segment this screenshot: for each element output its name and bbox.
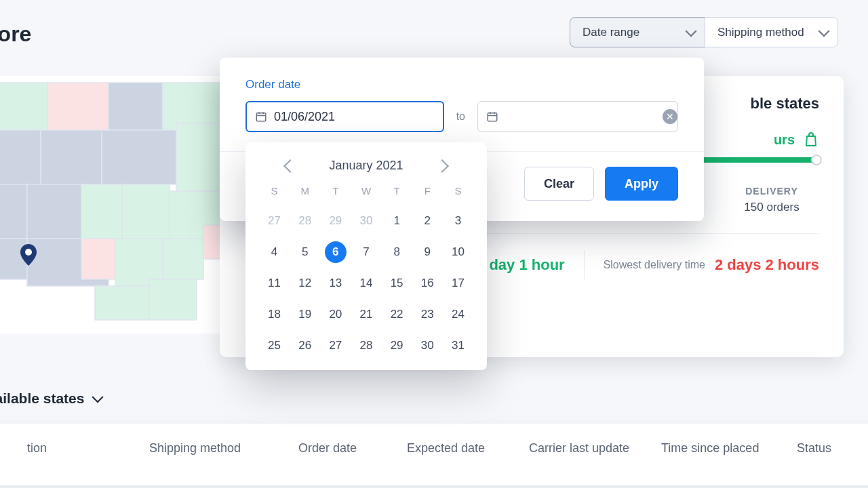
calendar-day[interactable]: 15 [386, 272, 408, 294]
delivery-value: 150 orders [724, 201, 819, 214]
next-month-icon[interactable] [435, 159, 449, 173]
states-toggle-label: all available states [0, 390, 84, 407]
svg-rect-13 [0, 239, 27, 279]
calendar-day[interactable]: 1 [386, 210, 408, 232]
calendar-day[interactable]: 17 [447, 272, 469, 294]
from-date-input[interactable] [274, 110, 436, 124]
calendar-dow: W [351, 185, 381, 201]
hours-value: urs [774, 132, 795, 148]
calendar-day[interactable]: 2 [416, 210, 438, 232]
calendar-dow: T [320, 185, 351, 201]
orders-table: tion Shipping method Order date Expected… [0, 424, 868, 485]
calendar-day[interactable]: 20 [325, 304, 347, 325]
svg-rect-15 [81, 239, 115, 279]
svg-rect-4 [0, 130, 41, 184]
table-header: tion Shipping method Order date Expected… [27, 441, 841, 455]
calendar-grid: SMTWTFS272829301234567891011121314151617… [259, 185, 473, 357]
calendar-day[interactable]: 3 [447, 210, 469, 232]
col-destination[interactable]: tion [27, 441, 149, 455]
calendar-day[interactable]: 27 [264, 210, 285, 232]
to-date-field[interactable]: ✕ [477, 101, 678, 132]
date-range-label: Date range [583, 26, 639, 39]
svg-rect-1 [47, 83, 108, 130]
calendar-day[interactable]: 24 [447, 304, 469, 325]
svg-rect-2 [108, 83, 163, 130]
shipping-method-label: Shipping method [717, 26, 804, 39]
delivery-metric: DELIVERY 150 orders [724, 186, 819, 214]
calendar-dow: M [290, 185, 320, 201]
calendar-day[interactable]: 13 [325, 272, 347, 294]
clear-input-icon[interactable]: ✕ [663, 109, 677, 124]
calendar-day[interactable]: 4 [264, 241, 285, 263]
calendar-day[interactable]: 29 [386, 335, 408, 357]
from-date-field[interactable] [245, 101, 444, 132]
calendar-day[interactable]: 16 [416, 272, 438, 294]
calendar-day[interactable]: 5 [294, 241, 316, 263]
calendar-day[interactable]: 31 [447, 335, 469, 357]
col-status[interactable]: Status [797, 441, 868, 455]
calendar-day[interactable]: 21 [355, 304, 377, 325]
calendar-day[interactable]: 25 [264, 335, 285, 357]
svg-rect-17 [163, 239, 203, 279]
svg-rect-0 [0, 83, 47, 130]
calendar-day[interactable]: 23 [416, 304, 438, 325]
calendar-day[interactable]: 29 [325, 210, 347, 232]
calendar-day[interactable]: 14 [355, 272, 377, 294]
popover-label: Order date [245, 78, 678, 92]
col-shipping-method[interactable]: Shipping method [149, 441, 298, 455]
calendar-month-label: January 2021 [329, 159, 403, 173]
svg-point-21 [25, 249, 32, 256]
calendar-day[interactable]: 28 [355, 335, 377, 357]
calendar-day[interactable]: 27 [325, 335, 347, 357]
delivery-label: DELIVERY [724, 186, 819, 197]
slowest-value: 2 days 2 hours [715, 256, 819, 274]
col-expected-date[interactable]: Expected date [407, 441, 529, 455]
apply-button[interactable]: Apply [605, 167, 678, 201]
svg-rect-14 [27, 239, 108, 286]
calendar-dow: F [412, 185, 443, 201]
svg-rect-5 [41, 130, 102, 184]
fastest-value: 1 day 1 hour [477, 256, 565, 274]
shipping-method-filter[interactable]: Shipping method [705, 17, 838, 47]
svg-rect-16 [115, 239, 163, 286]
col-carrier-update[interactable]: Carrier last update [529, 441, 661, 455]
calendar-icon [255, 110, 267, 123]
svg-rect-8 [0, 184, 27, 239]
states-toggle[interactable]: all available states [0, 390, 102, 407]
date-range-filter[interactable]: Date range [570, 17, 705, 47]
calendar-day[interactable]: 28 [294, 210, 316, 232]
svg-rect-22 [256, 113, 266, 121]
separator [584, 250, 585, 280]
svg-rect-26 [488, 113, 497, 121]
chevron-down-icon [818, 25, 830, 37]
clear-button[interactable]: Clear [524, 167, 594, 201]
calendar-day[interactable]: 30 [355, 210, 377, 232]
to-date-input[interactable] [505, 110, 663, 124]
calendar-day[interactable]: 10 [447, 241, 469, 263]
col-time-since-placed[interactable]: Time since placed [661, 441, 797, 455]
map-pin-icon [20, 244, 37, 266]
calendar-day[interactable]: 26 [294, 335, 316, 357]
svg-rect-3 [163, 83, 224, 130]
prev-month-icon[interactable] [284, 159, 298, 173]
fastest-delivery: 1 day 1 hour [477, 256, 565, 274]
calendar-day[interactable]: 12 [294, 272, 316, 294]
slowest-label: Slowest delivery time [604, 259, 705, 271]
chevron-down-icon [686, 25, 697, 37]
calendar-day[interactable]: 30 [416, 335, 438, 357]
calendar-day[interactable]: 11 [264, 272, 285, 294]
calendar-day[interactable]: 18 [264, 304, 285, 325]
calendar-day[interactable]: 9 [416, 241, 438, 263]
progress-thumb[interactable] [811, 155, 822, 165]
calendar-day[interactable]: 7 [355, 241, 377, 263]
col-order-date[interactable]: Order date [298, 441, 407, 455]
calendar-day[interactable]: 6 [325, 241, 347, 263]
calendar-day[interactable]: 8 [386, 241, 408, 263]
page-title: es • Store [0, 22, 31, 47]
filter-bar: Date range Shipping method [570, 17, 838, 47]
slowest-delivery: Slowest delivery time 2 days 2 hours [604, 256, 819, 274]
calendar-day[interactable]: 19 [294, 304, 316, 325]
calendar-icon [486, 110, 498, 123]
calendar-day[interactable]: 22 [386, 304, 408, 325]
calendar-dropdown: January 2021 SMTWTFS27282930123456789101… [245, 142, 487, 370]
